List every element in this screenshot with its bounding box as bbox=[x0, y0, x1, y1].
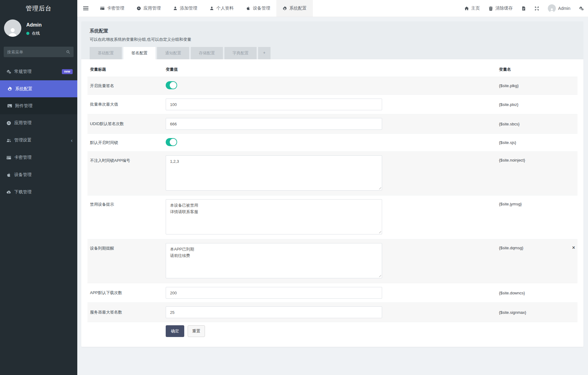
expand-icon bbox=[535, 6, 539, 11]
row-label: 设备到期提醒 bbox=[87, 239, 163, 283]
tab-notification-config[interactable]: 通知配置 bbox=[157, 47, 189, 59]
config-row: 默认开启时间锁 {$site.sjs} bbox=[87, 134, 577, 152]
gear-icon bbox=[283, 6, 287, 11]
search-input[interactable] bbox=[7, 50, 66, 54]
sidebar-item-attachments[interactable]: 附件管理 bbox=[0, 97, 77, 114]
reset-button[interactable]: 重置 bbox=[188, 325, 205, 337]
sidebar-item-downloads[interactable]: 下载管理 bbox=[0, 183, 77, 201]
sidebar-item-devices[interactable]: 设备管理 bbox=[0, 166, 77, 183]
config-card: 系统配置 可以在此增改系统的变量和分组,也可以自定义分组和变量 基础配置 签名配… bbox=[81, 21, 583, 347]
config-card-header: 系统配置 可以在此增改系统的变量和分组,也可以自定义分组和变量 基础配置 签名配… bbox=[81, 21, 583, 59]
home-button[interactable]: 主页 bbox=[460, 0, 484, 17]
search-icon bbox=[66, 50, 70, 54]
variable-name: {$site.plkg} bbox=[499, 83, 519, 88]
value-input[interactable] bbox=[166, 99, 382, 110]
config-table: 变量标题 变量值 变量名 开启批量签名 {$site.plkg} 批量单次最大值 bbox=[87, 63, 577, 337]
submit-button[interactable]: 确定 bbox=[166, 325, 184, 337]
value-textarea[interactable]: 1,2,3 bbox=[166, 155, 382, 191]
config-row: 服务器最大签名数 {$site.signmax} bbox=[87, 303, 577, 322]
users-icon bbox=[6, 138, 11, 143]
row-label: 批量单次最大值 bbox=[87, 95, 163, 114]
sidebar-item-label: 系统配置 bbox=[15, 86, 32, 92]
page-subtitle: 可以在此增改系统的变量和分组,也可以自定义分组和变量 bbox=[90, 37, 575, 42]
tab-basic-config[interactable]: 基础配置 bbox=[90, 47, 122, 59]
language-button[interactable] bbox=[517, 0, 530, 17]
sidebar-item-general[interactable]: 常规管理 new bbox=[0, 63, 77, 80]
row-label: UDID默认签名次数 bbox=[87, 114, 163, 134]
column-header: 变量值 bbox=[163, 63, 496, 77]
toggle-switch-on[interactable] bbox=[166, 138, 177, 146]
column-header: 变量标题 bbox=[87, 63, 163, 77]
sidebar-item-card-keys[interactable]: 卡密管理 bbox=[0, 149, 77, 166]
column-header: 变量名 bbox=[496, 63, 577, 77]
user-name: Admin bbox=[26, 22, 42, 28]
nav-tab-devices[interactable]: 设备管理 bbox=[240, 0, 276, 17]
sidebar-item-system-config[interactable]: 系统配置 bbox=[0, 80, 77, 97]
sidebar-item-label: 设备管理 bbox=[14, 172, 32, 178]
user-panel: Admin 在线 bbox=[0, 17, 77, 40]
tab-signature-config[interactable]: 签名配置 bbox=[123, 47, 156, 59]
sidebar-item-label: 下载管理 bbox=[14, 189, 32, 195]
app-title: 管理后台 bbox=[0, 0, 77, 17]
toggle-knob bbox=[170, 82, 177, 89]
hamburger-menu-icon[interactable] bbox=[77, 0, 94, 17]
config-row: 批量单次最大值 {$site.plxz} bbox=[87, 95, 577, 114]
tab-dictionary-config[interactable]: 字典配置 bbox=[224, 47, 257, 59]
avatar bbox=[4, 19, 21, 37]
toggle-switch-on[interactable] bbox=[166, 81, 177, 89]
sidebar-item-label: 常规管理 bbox=[14, 69, 32, 74]
sidebar-item-label: 应用管理 bbox=[14, 120, 32, 126]
config-row: 不注入时间锁APP编号 1,2,3 {$site.noinject} bbox=[87, 152, 577, 196]
variable-name: {$site.downcs} bbox=[499, 291, 525, 295]
variable-name: {$site.dqmsg} bbox=[499, 246, 523, 250]
close-icon[interactable]: × bbox=[572, 246, 575, 250]
variable-name: {$site.jymsg} bbox=[499, 202, 522, 206]
person-icon bbox=[7, 27, 18, 37]
value-input[interactable] bbox=[166, 306, 382, 318]
form-actions-row: 确定 重置 bbox=[87, 322, 577, 337]
nav-tab-label: 个人资料 bbox=[216, 6, 234, 11]
user-menu[interactable]: Admin bbox=[543, 0, 575, 17]
credit-card-icon bbox=[100, 6, 104, 11]
nav-tab-card-keys[interactable]: 卡密管理 bbox=[94, 0, 130, 17]
value-input[interactable] bbox=[166, 287, 382, 299]
config-row: 设备到期提醒 本APP已到期 请前往续费 × {$site.dqmsg} bbox=[87, 239, 577, 283]
nav-tab-profile[interactable]: 个人资料 bbox=[203, 0, 240, 17]
clear-cache-button[interactable]: 清除缓存 bbox=[484, 0, 517, 17]
row-label: 开启批量签名 bbox=[87, 77, 163, 95]
navbar-tabs: 卡密管理 应用管理 添加管理 个人资料 设备管理 系统配置 bbox=[94, 0, 313, 17]
row-label: 服务器最大签名数 bbox=[87, 303, 163, 322]
value-input[interactable] bbox=[166, 118, 382, 130]
cloud-download-icon bbox=[6, 190, 11, 195]
gear-icon bbox=[7, 86, 12, 91]
nav-tab-apps[interactable]: 应用管理 bbox=[130, 0, 167, 17]
variable-name: {$site.noinject} bbox=[499, 158, 525, 162]
tab-storage-config[interactable]: 存储配置 bbox=[191, 47, 223, 59]
cogs-icon bbox=[579, 6, 584, 11]
nav-tab-label: 应用管理 bbox=[143, 6, 161, 11]
nav-tab-system-config[interactable]: 系统配置 bbox=[276, 0, 313, 17]
nav-tab-add-admin[interactable]: 添加管理 bbox=[167, 0, 203, 17]
image-icon bbox=[7, 103, 12, 108]
toggle-knob bbox=[170, 139, 177, 145]
user-status: 在线 bbox=[26, 31, 42, 36]
settings-button[interactable] bbox=[575, 0, 588, 17]
sidebar: 管理后台 Admin 在线 常规管理 new 系统配置 附件管 bbox=[0, 0, 77, 375]
value-textarea[interactable]: 本APP已到期 请前往续费 bbox=[166, 243, 382, 278]
row-label: 禁用设备提示 bbox=[87, 196, 163, 239]
clear-cache-label: 清除缓存 bbox=[495, 6, 513, 11]
nav-tab-label: 卡密管理 bbox=[107, 6, 124, 11]
fullscreen-button[interactable] bbox=[530, 0, 543, 17]
circle-up-icon bbox=[137, 6, 141, 11]
person-icon bbox=[549, 8, 555, 12]
nav-tab-label: 添加管理 bbox=[180, 6, 197, 11]
online-dot bbox=[26, 32, 29, 35]
sidebar-item-label: 附件管理 bbox=[15, 103, 32, 109]
sidebar-item-apps[interactable]: 应用管理 bbox=[0, 114, 77, 132]
config-row: 禁用设备提示 本设备已被禁用 详情请联系客服 {$site.jymsg} bbox=[87, 196, 577, 239]
value-textarea[interactable]: 本设备已被禁用 详情请联系客服 bbox=[166, 199, 382, 234]
sidebar-item-admin-settings[interactable]: 管理设置 ‹ bbox=[0, 132, 77, 149]
chevron-left-icon: ‹ bbox=[71, 138, 73, 143]
add-tab-button[interactable]: + bbox=[258, 47, 271, 59]
page-title: 系统配置 bbox=[90, 28, 575, 34]
